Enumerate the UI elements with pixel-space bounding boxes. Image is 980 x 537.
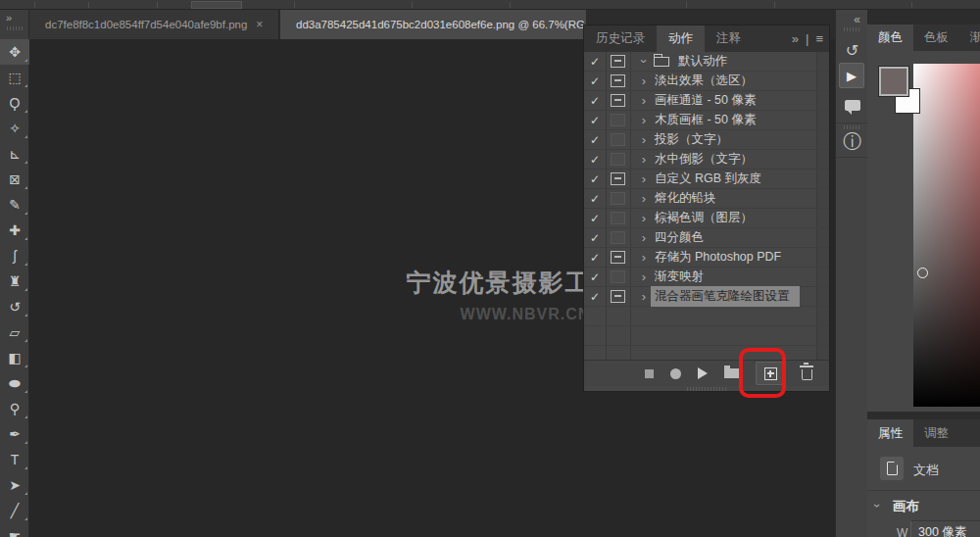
expand-arrow-icon[interactable]: › <box>636 250 652 265</box>
action-name[interactable]: 自定义 RGB 到灰度 <box>652 171 761 187</box>
lasso-tool[interactable]: Ϙ <box>0 90 29 116</box>
expand-arrow-icon[interactable]: › <box>636 93 652 108</box>
tab-history[interactable]: 历史记录 <box>584 25 657 52</box>
healing-brush-tool[interactable]: ✚ <box>0 218 29 243</box>
toolbar-collapse-icon[interactable]: » <box>6 12 11 24</box>
dodge-tool[interactable]: ⚲ <box>0 396 29 421</box>
history-brush-tool[interactable]: ↺ <box>0 294 29 319</box>
expand-arrow-icon[interactable]: › <box>636 113 652 127</box>
dialog-toggle[interactable] <box>606 172 630 185</box>
include-check-icon[interactable]: ✓ <box>584 153 606 167</box>
dialog-toggle[interactable] <box>606 74 630 87</box>
marquee-tool[interactable]: ⬚ <box>0 65 29 90</box>
tab-notes[interactable]: 注释 <box>705 25 753 52</box>
collapse-panels-icon[interactable]: « <box>854 13 859 26</box>
action-row[interactable]: ✓ › 自定义 RGB 到灰度 <box>584 170 829 189</box>
blur-tool[interactable]: ⬬ <box>0 370 29 396</box>
hand-tool[interactable]: ☛ <box>0 523 29 537</box>
action-name[interactable]: 木质画框 - 50 像素 <box>652 112 757 128</box>
actions-panel-icon[interactable]: ▶ <box>839 63 864 88</box>
color-picker-ring[interactable] <box>917 268 928 278</box>
action-name[interactable]: 四分颜色 <box>652 229 704 246</box>
info-panel-icon[interactable]: ⓘ <box>836 129 868 155</box>
action-row[interactable]: ✓ › 投影（文字） <box>584 130 829 150</box>
panel-resize-grip[interactable] <box>584 386 829 391</box>
close-tab-icon[interactable]: × <box>256 18 263 31</box>
canvas-section-label[interactable]: 画布 <box>893 498 919 515</box>
include-check-icon[interactable]: ✓ <box>584 133 606 147</box>
action-name[interactable]: 熔化的铅块 <box>652 190 716 207</box>
dialog-toggle[interactable] <box>606 290 630 303</box>
dialog-toggle[interactable] <box>606 133 630 146</box>
expand-arrow-icon[interactable]: › <box>636 230 652 245</box>
document-tab[interactable]: dc7fe8f8c1d0e854ff7d54e040afe9bf.png × <box>29 10 279 39</box>
eyedropper-tool[interactable]: ✎ <box>0 192 29 218</box>
include-check-icon[interactable]: ✓ <box>584 231 606 245</box>
action-row[interactable]: ✓ › 棕褐色调（图层） <box>584 209 829 228</box>
action-set-name[interactable]: 默认动作 <box>675 53 727 70</box>
dialog-toggle[interactable] <box>606 55 630 68</box>
brush-tool[interactable]: ʃ <box>0 243 29 268</box>
document-tab-active[interactable]: dd3a785425d41d675bc2d031e608ef6e.png @ 6… <box>280 10 586 39</box>
action-name[interactable]: 存储为 Photoshop PDF <box>652 249 781 266</box>
expand-arrow-icon[interactable]: › <box>636 73 652 88</box>
type-tool[interactable]: T <box>0 447 29 472</box>
eraser-tool[interactable]: ▱ <box>0 319 29 345</box>
action-name[interactable]: 渐变映射 <box>652 268 704 285</box>
action-name[interactable]: 水中倒影（文字） <box>652 151 753 168</box>
action-name[interactable]: 混合器画笔克隆绘图设置 <box>651 286 800 307</box>
expand-arrow-icon[interactable]: › <box>636 269 652 284</box>
tab-adjustments[interactable]: 调整 <box>913 419 959 447</box>
crop-tool[interactable]: ⊾ <box>0 141 29 167</box>
include-check-icon[interactable]: ✓ <box>584 172 606 186</box>
dialog-toggle[interactable] <box>606 94 630 107</box>
clone-stamp-tool[interactable]: ♜ <box>0 268 29 294</box>
delete-icon[interactable] <box>802 369 812 380</box>
stop-icon[interactable] <box>645 369 654 378</box>
include-check-icon[interactable]: ✓ <box>584 212 606 225</box>
action-name[interactable]: 淡出效果（选区） <box>652 73 753 89</box>
action-row[interactable]: ✓ › 存储为 Photoshop PDF <box>584 248 829 268</box>
dialog-toggle[interactable] <box>606 192 630 205</box>
action-row[interactable]: ✓ › 熔化的铅块 <box>584 189 829 209</box>
play-icon[interactable] <box>698 367 708 379</box>
include-check-icon[interactable]: ✓ <box>584 290 606 304</box>
include-check-icon[interactable]: ✓ <box>584 55 606 69</box>
include-check-icon[interactable]: ✓ <box>584 251 606 265</box>
include-check-icon[interactable]: ✓ <box>584 192 606 206</box>
expand-arrow-icon[interactable]: › <box>636 152 652 167</box>
include-check-icon[interactable]: ✓ <box>584 270 606 284</box>
line-tool[interactable]: ╱ <box>0 498 29 523</box>
dialog-toggle[interactable] <box>606 153 630 166</box>
panel-menu-icon[interactable]: ≡ <box>815 31 823 46</box>
dialog-toggle[interactable] <box>606 231 630 244</box>
action-row[interactable]: ✓ › 水中倒影（文字） <box>584 150 829 170</box>
tab-gradients[interactable]: 渐变 <box>959 24 980 51</box>
expand-arrow-icon[interactable]: › <box>636 132 652 147</box>
panel-expand-icon[interactable]: » <box>792 31 799 46</box>
expand-arrow-icon[interactable]: › <box>636 191 652 206</box>
magic-wand-tool[interactable]: ✧ <box>0 116 29 141</box>
tab-properties[interactable]: 属性 <box>867 419 913 447</box>
tab-color[interactable]: 颜色 <box>867 24 913 51</box>
options-field[interactable] <box>191 1 242 9</box>
expand-arrow-icon[interactable]: › <box>636 289 652 304</box>
history-panel-icon[interactable]: ↺ <box>836 41 868 60</box>
include-check-icon[interactable]: ✓ <box>584 74 606 88</box>
action-row[interactable]: ✓ › 渐变映射 <box>584 268 829 287</box>
toolbar-grip[interactable] <box>7 26 23 30</box>
dialog-toggle[interactable] <box>606 270 630 283</box>
action-set-row[interactable]: ✓ › 默认动作 <box>584 52 829 72</box>
notes-panel-icon[interactable] <box>836 100 868 111</box>
include-check-icon[interactable]: ✓ <box>584 114 606 127</box>
action-row[interactable]: ✓ › 画框通道 - 50 像素 <box>584 91 829 111</box>
tab-swatches[interactable]: 色板 <box>913 24 959 51</box>
record-icon[interactable] <box>670 368 681 379</box>
foreground-color-swatch[interactable] <box>879 67 908 96</box>
action-name[interactable]: 画框通道 - 50 像素 <box>652 92 757 109</box>
move-tool[interactable]: ✥ <box>0 39 29 65</box>
strip-grip[interactable] <box>844 27 860 31</box>
color-picker-field[interactable] <box>913 64 980 407</box>
new-group-icon[interactable] <box>724 368 739 378</box>
action-row[interactable]: ✓ › 淡出效果（选区） <box>584 72 829 91</box>
